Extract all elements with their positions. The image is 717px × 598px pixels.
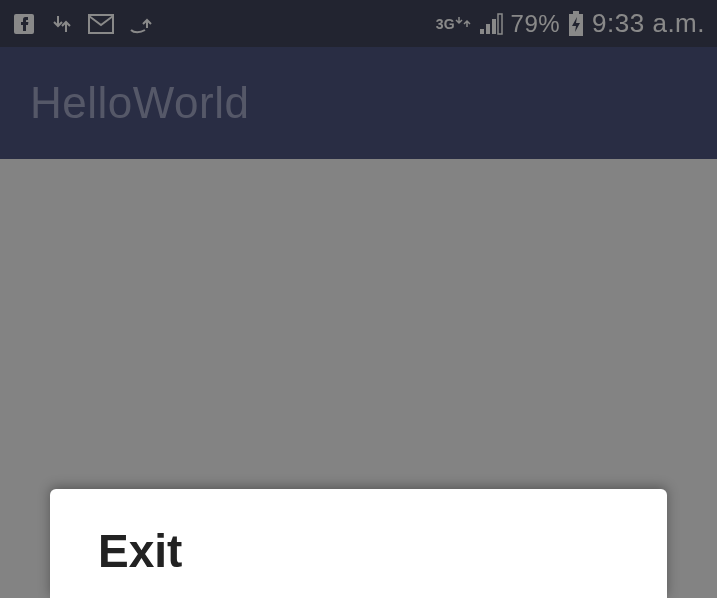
- screen-root: 3G 79% 9:33 a.m. HelloWorld Exit: [0, 0, 717, 598]
- dialog-title: Exit: [98, 524, 619, 578]
- exit-dialog: Exit: [50, 489, 667, 598]
